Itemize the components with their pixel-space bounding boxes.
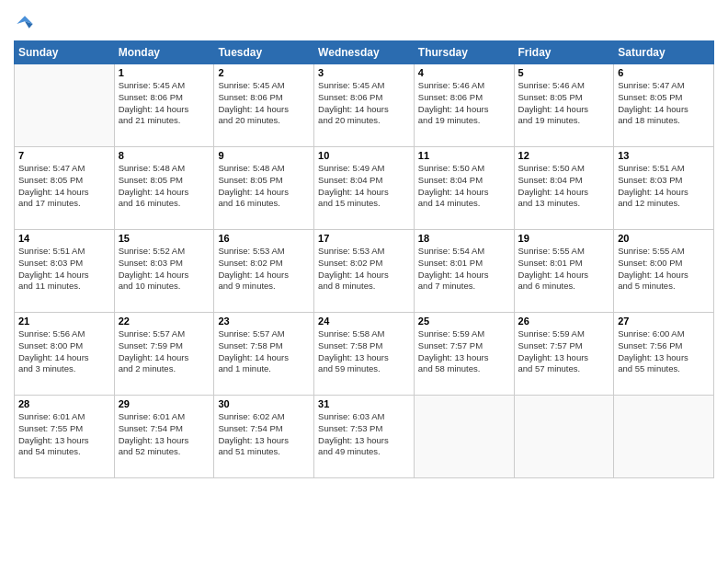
- day-info: Sunrise: 5:53 AMSunset: 8:02 PMDaylight:…: [318, 246, 410, 293]
- day-info: Sunrise: 6:01 AMSunset: 7:54 PMDaylight:…: [119, 411, 210, 458]
- calendar-cell: 30Sunrise: 6:02 AMSunset: 7:54 PMDayligh…: [214, 396, 314, 478]
- calendar-cell: 25Sunrise: 5:59 AMSunset: 7:57 PMDayligh…: [414, 313, 514, 396]
- day-info: Sunrise: 5:51 AMSunset: 8:03 PMDaylight:…: [618, 163, 710, 210]
- day-info: Sunrise: 5:55 AMSunset: 8:01 PMDaylight:…: [518, 246, 610, 293]
- calendar-cell: 22Sunrise: 5:57 AMSunset: 7:59 PMDayligh…: [114, 313, 214, 396]
- calendar-cell: 14Sunrise: 5:51 AMSunset: 8:03 PMDayligh…: [15, 230, 115, 313]
- calendar-header-thursday: Thursday: [414, 41, 514, 64]
- day-info: Sunrise: 5:51 AMSunset: 8:03 PMDaylight:…: [18, 246, 110, 293]
- day-info: Sunrise: 5:46 AMSunset: 8:06 PMDaylight:…: [418, 80, 510, 127]
- day-number: 29: [119, 398, 210, 409]
- calendar-cell: 20Sunrise: 5:55 AMSunset: 8:00 PMDayligh…: [614, 230, 714, 313]
- calendar-header-friday: Friday: [514, 41, 614, 64]
- day-info: Sunrise: 5:45 AMSunset: 8:06 PMDaylight:…: [119, 80, 210, 127]
- day-info: Sunrise: 5:54 AMSunset: 8:01 PMDaylight:…: [418, 246, 510, 293]
- day-number: 21: [18, 316, 110, 327]
- calendar-cell: 1Sunrise: 5:45 AMSunset: 8:06 PMDaylight…: [114, 64, 214, 147]
- day-number: 28: [18, 398, 110, 409]
- calendar-cell: 29Sunrise: 6:01 AMSunset: 7:54 PMDayligh…: [114, 396, 214, 478]
- svg-marker-0: [17, 16, 32, 24]
- calendar-cell: 24Sunrise: 5:58 AMSunset: 7:58 PMDayligh…: [314, 313, 415, 396]
- day-number: 12: [518, 150, 610, 161]
- calendar-cell: 11Sunrise: 5:50 AMSunset: 8:04 PMDayligh…: [414, 147, 514, 230]
- calendar-week-5: 28Sunrise: 6:01 AMSunset: 7:55 PMDayligh…: [15, 396, 714, 478]
- calendar-cell: 6Sunrise: 5:47 AMSunset: 8:05 PMDaylight…: [614, 64, 714, 147]
- calendar-table: SundayMondayTuesdayWednesdayThursdayFrid…: [14, 40, 714, 478]
- calendar-week-2: 7Sunrise: 5:47 AMSunset: 8:05 PMDaylight…: [15, 147, 714, 230]
- day-info: Sunrise: 5:59 AMSunset: 7:57 PMDaylight:…: [518, 328, 610, 375]
- day-number: 22: [119, 316, 210, 327]
- day-number: 10: [318, 150, 410, 161]
- day-number: 24: [318, 316, 410, 327]
- day-info: Sunrise: 5:45 AMSunset: 8:06 PMDaylight:…: [318, 80, 410, 127]
- calendar-cell: 4Sunrise: 5:46 AMSunset: 8:06 PMDaylight…: [414, 64, 514, 147]
- calendar-cell: 8Sunrise: 5:48 AMSunset: 8:05 PMDaylight…: [114, 147, 214, 230]
- calendar-cell: 5Sunrise: 5:46 AMSunset: 8:05 PMDaylight…: [514, 64, 614, 147]
- day-info: Sunrise: 5:50 AMSunset: 8:04 PMDaylight:…: [418, 163, 510, 210]
- day-number: 19: [518, 233, 610, 244]
- day-info: Sunrise: 5:46 AMSunset: 8:05 PMDaylight:…: [518, 80, 610, 127]
- calendar-cell: 26Sunrise: 5:59 AMSunset: 7:57 PMDayligh…: [514, 313, 614, 396]
- day-number: 5: [518, 67, 610, 78]
- day-info: Sunrise: 6:03 AMSunset: 7:53 PMDaylight:…: [318, 411, 410, 458]
- day-info: Sunrise: 6:01 AMSunset: 7:55 PMDaylight:…: [18, 411, 110, 458]
- day-info: Sunrise: 5:58 AMSunset: 7:58 PMDaylight:…: [318, 328, 410, 375]
- calendar-cell: 21Sunrise: 5:56 AMSunset: 8:00 PMDayligh…: [15, 313, 115, 396]
- calendar-cell: [614, 396, 714, 478]
- day-number: 25: [418, 316, 510, 327]
- day-number: 7: [18, 150, 110, 161]
- day-number: 15: [119, 233, 210, 244]
- calendar-week-1: 1Sunrise: 5:45 AMSunset: 8:06 PMDaylight…: [15, 64, 714, 147]
- day-number: 4: [418, 67, 510, 78]
- calendar-cell: 10Sunrise: 5:49 AMSunset: 8:04 PMDayligh…: [314, 147, 415, 230]
- calendar-header-tuesday: Tuesday: [214, 41, 314, 64]
- day-info: Sunrise: 5:52 AMSunset: 8:03 PMDaylight:…: [119, 246, 210, 293]
- day-info: Sunrise: 5:45 AMSunset: 8:06 PMDaylight:…: [218, 80, 310, 127]
- calendar-cell: [414, 396, 514, 478]
- day-info: Sunrise: 6:02 AMSunset: 7:54 PMDaylight:…: [218, 411, 310, 458]
- day-number: 8: [119, 150, 210, 161]
- day-info: Sunrise: 5:48 AMSunset: 8:05 PMDaylight:…: [218, 163, 310, 210]
- day-number: 11: [418, 150, 510, 161]
- day-number: 17: [318, 233, 410, 244]
- calendar-cell: 27Sunrise: 6:00 AMSunset: 7:56 PMDayligh…: [614, 313, 714, 396]
- page: SundayMondayTuesdayWednesdayThursdayFrid…: [0, 0, 728, 563]
- calendar-cell: 18Sunrise: 5:54 AMSunset: 8:01 PMDayligh…: [414, 230, 514, 313]
- calendar-cell: 7Sunrise: 5:47 AMSunset: 8:05 PMDaylight…: [15, 147, 115, 230]
- calendar-cell: 16Sunrise: 5:53 AMSunset: 8:02 PMDayligh…: [214, 230, 314, 313]
- calendar-cell: 17Sunrise: 5:53 AMSunset: 8:02 PMDayligh…: [314, 230, 415, 313]
- day-info: Sunrise: 5:59 AMSunset: 7:57 PMDaylight:…: [418, 328, 510, 375]
- calendar-cell: 3Sunrise: 5:45 AMSunset: 8:06 PMDaylight…: [314, 64, 415, 147]
- day-number: 30: [218, 398, 310, 409]
- logo: [14, 9, 34, 33]
- day-number: 27: [618, 316, 710, 327]
- day-number: 20: [618, 233, 710, 244]
- logo-bird-icon: [16, 13, 34, 31]
- day-info: Sunrise: 6:00 AMSunset: 7:56 PMDaylight:…: [618, 328, 710, 375]
- day-info: Sunrise: 5:49 AMSunset: 8:04 PMDaylight:…: [318, 163, 410, 210]
- day-info: Sunrise: 5:50 AMSunset: 8:04 PMDaylight:…: [518, 163, 610, 210]
- day-number: 6: [618, 67, 710, 78]
- day-info: Sunrise: 5:48 AMSunset: 8:05 PMDaylight:…: [119, 163, 210, 210]
- calendar-cell: [15, 64, 115, 147]
- calendar-week-4: 21Sunrise: 5:56 AMSunset: 8:00 PMDayligh…: [15, 313, 714, 396]
- calendar-header-wednesday: Wednesday: [314, 41, 415, 64]
- calendar-cell: 19Sunrise: 5:55 AMSunset: 8:01 PMDayligh…: [514, 230, 614, 313]
- day-number: 14: [18, 233, 110, 244]
- day-number: 3: [318, 67, 410, 78]
- day-number: 23: [218, 316, 310, 327]
- calendar-cell: 2Sunrise: 5:45 AMSunset: 8:06 PMDaylight…: [214, 64, 314, 147]
- day-number: 9: [218, 150, 310, 161]
- calendar-cell: 9Sunrise: 5:48 AMSunset: 8:05 PMDaylight…: [214, 147, 314, 230]
- day-info: Sunrise: 5:47 AMSunset: 8:05 PMDaylight:…: [618, 80, 710, 127]
- calendar-header-monday: Monday: [114, 41, 214, 64]
- day-number: 13: [618, 150, 710, 161]
- header: [14, 9, 714, 33]
- calendar-cell: 28Sunrise: 6:01 AMSunset: 7:55 PMDayligh…: [15, 396, 115, 478]
- day-number: 1: [119, 67, 210, 78]
- calendar-cell: 15Sunrise: 5:52 AMSunset: 8:03 PMDayligh…: [114, 230, 214, 313]
- day-info: Sunrise: 5:55 AMSunset: 8:00 PMDaylight:…: [618, 246, 710, 293]
- day-number: 26: [518, 316, 610, 327]
- calendar-cell: [514, 396, 614, 478]
- calendar-cell: 31Sunrise: 6:03 AMSunset: 7:53 PMDayligh…: [314, 396, 415, 478]
